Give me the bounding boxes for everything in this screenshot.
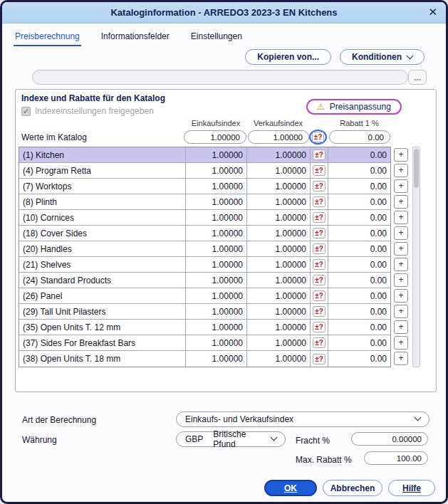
max-discount-input[interactable] (364, 451, 428, 465)
ok-button[interactable]: OK (264, 480, 317, 496)
catalog-purchase-index-input[interactable] (184, 130, 246, 144)
adjust-indexes-button[interactable]: ±? (312, 132, 325, 142)
checkbox-checked-icon[interactable]: ✓ (21, 107, 31, 116)
tab-einstellungen[interactable]: Einstellungen (189, 29, 244, 46)
freight-input[interactable] (351, 432, 428, 446)
copy-from-button[interactable]: Kopieren von... (245, 49, 331, 65)
help-button[interactable]: Hilfe (388, 480, 435, 496)
row-adjust-indexes-button[interactable]: ±? (313, 165, 325, 176)
add-discount-button[interactable]: + (394, 336, 408, 350)
checkbox-label: Indexeinstellungen freigegeben (35, 106, 154, 116)
group-title: Indexe und Rabatte für den Katalog (21, 93, 165, 103)
row-name: (24) Standard Products (19, 273, 186, 288)
add-discount-button[interactable]: + (394, 352, 408, 365)
table-row[interactable]: (4) Program Retta 1.00000 1.00000 ±? 0.0… (19, 163, 390, 179)
row-adjust-cell: ±? (311, 351, 328, 367)
table-row[interactable]: (26) Panel 1.00000 1.00000 ±? 0.00 (19, 288, 390, 304)
row-adjust-indexes-button[interactable]: ±? (313, 306, 325, 317)
row-sales-index: 1.00000 (247, 304, 311, 319)
index-settings-checkbox-row: ✓ Indexeinstellungen freigegeben (21, 106, 154, 116)
scrollbar-thumb[interactable] (414, 149, 419, 188)
row-discount: 0.00 (328, 335, 390, 350)
plus-cell: + (394, 241, 408, 256)
add-discount-button[interactable]: + (394, 226, 408, 240)
table-row[interactable]: (38) Open Units T. 18 mm 1.00000 1.00000… (19, 351, 390, 367)
plus-cell: + (394, 194, 408, 209)
row-adjust-indexes-button[interactable]: ±? (313, 243, 325, 254)
price-adjustment-link[interactable]: ⚠ Preisanpassung (306, 99, 402, 115)
row-adjust-indexes-button[interactable]: ±? (313, 149, 325, 160)
tab-bar: Preisberechnung Informationsfelder Einst… (14, 29, 244, 46)
row-adjust-indexes-button[interactable]: ±? (313, 228, 325, 238)
max-discount-label: Max. Rabatt % (296, 455, 352, 465)
add-discount-button[interactable]: + (394, 242, 408, 256)
row-sales-index: 1.00000 (247, 241, 311, 256)
add-discount-button[interactable]: + (394, 273, 408, 287)
row-adjust-indexes-button[interactable]: ±? (313, 337, 325, 348)
table-row[interactable]: (20) Handles 1.00000 1.00000 ±? 0.00 (19, 241, 390, 257)
add-discount-button[interactable]: + (394, 164, 408, 177)
table-row[interactable]: (37) Sides For Breakfast Bars 1.00000 1.… (19, 335, 390, 351)
close-icon[interactable]: ✕ (428, 6, 437, 17)
tab-preisberechnung[interactable]: Preisberechnung (14, 29, 81, 46)
table-scrollbar[interactable] (412, 147, 420, 367)
row-adjust-indexes-button[interactable]: ±? (313, 275, 325, 285)
row-adjust-indexes-button[interactable]: ±? (313, 290, 325, 301)
row-discount: 0.00 (328, 304, 390, 319)
catalog-sales-index-input[interactable] (248, 130, 309, 144)
add-discount-button[interactable]: + (394, 211, 408, 224)
row-adjust-indexes-button[interactable]: ±? (313, 181, 325, 191)
currency-select[interactable]: GBP Britische Pfund (176, 431, 286, 447)
plus-cell: + (394, 209, 408, 225)
table-row[interactable]: (21) Shelves 1.00000 1.00000 ±? 0.00 (19, 257, 390, 273)
calc-type-select[interactable]: Einkaufs- und Verkaufsindex (176, 411, 429, 427)
table-row[interactable]: (1) Kitchen 1.00000 1.00000 ±? 0.00 (19, 147, 390, 163)
table-row[interactable]: (7) Worktops 1.00000 1.00000 ±? 0.00 (19, 179, 390, 194)
row-adjust-cell: ±? (311, 194, 328, 209)
table-row[interactable]: (8) Plinth 1.00000 1.00000 ±? 0.00 (19, 194, 390, 210)
catalog-values-label: Werte im Katalog (21, 132, 87, 142)
table-row[interactable]: (24) Standard Products 1.00000 1.00000 ±… (19, 273, 390, 288)
row-sales-index: 1.00000 (247, 351, 311, 367)
add-discount-button[interactable]: + (394, 258, 408, 271)
add-discount-button[interactable]: + (394, 195, 408, 209)
currency-label: Währung (22, 435, 57, 445)
row-adjust-indexes-button[interactable]: ±? (313, 259, 325, 270)
row-sales-index: 1.00000 (247, 179, 311, 194)
row-adjust-indexes-button[interactable]: ±? (313, 322, 325, 332)
row-adjust-indexes-button[interactable]: ±? (313, 196, 325, 207)
price-adjustment-label: Preisanpassung (330, 102, 391, 112)
catalog-discount-input[interactable] (329, 130, 390, 144)
adjust-indexes-highlight-ring: ±? (309, 130, 327, 145)
plus-cell: + (394, 256, 408, 272)
plus-cell: + (394, 272, 408, 288)
table-row[interactable]: (10) Cornices 1.00000 1.00000 ±? 0.00 (19, 210, 390, 226)
title-bar: Kataloginformation - ARREDO3 2023-3 EN K… (2, 2, 446, 23)
add-discount-button[interactable]: + (394, 289, 408, 303)
row-adjust-cell: ±? (311, 147, 328, 162)
row-sales-index: 1.00000 (247, 320, 311, 335)
add-discount-button[interactable]: + (394, 148, 408, 162)
row-sales-index: 1.00000 (247, 147, 311, 162)
row-sales-index: 1.00000 (247, 226, 311, 241)
cancel-button[interactable]: Abbrechen (323, 480, 382, 496)
catalog-combo[interactable] (32, 70, 408, 85)
conditions-button[interactable]: Konditionen (340, 49, 424, 65)
add-discount-button[interactable]: + (394, 179, 408, 193)
tab-informationsfelder[interactable]: Informationsfelder (100, 29, 171, 46)
row-name: (26) Panel (19, 288, 186, 303)
window-title: Kataloginformation - ARREDO3 2023-3 EN K… (110, 7, 337, 18)
table-row[interactable]: (35) Open Units T. 12 mm 1.00000 1.00000… (19, 320, 390, 335)
row-adjust-indexes-button[interactable]: ±? (313, 212, 325, 223)
chevron-down-icon (407, 53, 414, 60)
table-row[interactable]: (18) Cover Sides 1.00000 1.00000 ±? 0.00 (19, 226, 390, 241)
more-options-button[interactable]: ... (408, 70, 427, 85)
add-discount-button[interactable]: + (394, 320, 408, 334)
index-table: (1) Kitchen 1.00000 1.00000 ±? 0.00 (4) … (19, 147, 391, 367)
row-purchase-index: 1.00000 (186, 288, 247, 303)
freight-label: Fracht % (296, 436, 330, 446)
row-sales-index: 1.00000 (247, 273, 311, 288)
add-discount-button[interactable]: + (394, 305, 408, 318)
row-adjust-indexes-button[interactable]: ±? (313, 354, 325, 364)
table-row[interactable]: (29) Tall Unit Pilasters 1.00000 1.00000… (19, 304, 390, 320)
